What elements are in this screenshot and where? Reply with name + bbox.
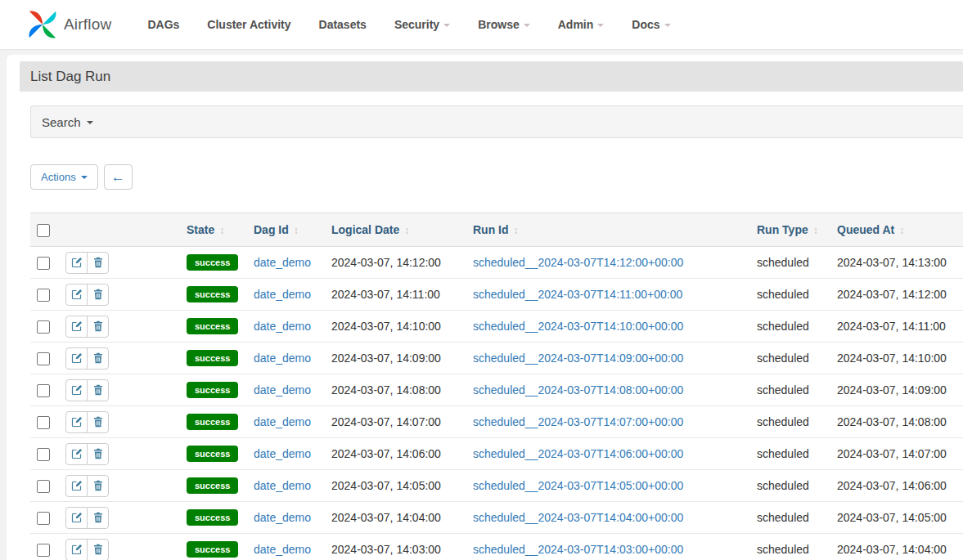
state-cell: success xyxy=(180,311,247,343)
search-dropdown[interactable]: Search xyxy=(30,105,963,138)
sort-icon[interactable]: ↕ xyxy=(514,225,519,236)
edit-icon xyxy=(71,512,83,523)
run-id-link[interactable]: scheduled__2024-03-07T14:06:00+00:00 xyxy=(473,447,683,460)
edit-button[interactable] xyxy=(65,507,88,529)
delete-button[interactable] xyxy=(87,347,109,370)
queued-at-cell: 2024-03-07, 14:07:00 xyxy=(830,438,963,470)
actions-button[interactable]: Actions xyxy=(30,164,98,190)
run-id-cell: scheduled__2024-03-07T14:05:00+00:00 xyxy=(466,470,750,502)
nav-item-label: Datasets xyxy=(319,18,367,31)
edit-icon xyxy=(71,289,83,300)
run-id-link[interactable]: scheduled__2024-03-07T14:04:00+00:00 xyxy=(473,511,683,524)
row-checkbox[interactable] xyxy=(37,257,50,270)
run-id-link[interactable]: scheduled__2024-03-07T14:03:00+00:00 xyxy=(473,543,683,556)
row-checkbox[interactable] xyxy=(37,416,50,429)
run-id-link[interactable]: scheduled__2024-03-07T14:12:00+00:00 xyxy=(473,256,683,269)
nav-menu-item[interactable]: Security xyxy=(393,10,452,39)
status-badge: success xyxy=(187,254,238,271)
edit-button[interactable] xyxy=(65,443,88,465)
delete-button[interactable] xyxy=(87,284,109,306)
dag-id-link[interactable]: date_demo xyxy=(254,415,311,428)
column-label: Queued At xyxy=(837,223,894,236)
column-header-state[interactable]: State↕ xyxy=(180,213,247,247)
edit-button[interactable] xyxy=(65,475,88,497)
dag-id-link[interactable]: date_demo xyxy=(254,479,311,492)
nav-menu-item[interactable]: Admin xyxy=(556,10,606,39)
row-select-cell xyxy=(30,438,59,470)
dag-id-link[interactable]: date_demo xyxy=(254,256,311,269)
column-header-run-type[interactable]: Run Type↕ xyxy=(750,213,830,247)
edit-button[interactable] xyxy=(65,347,88,370)
run-type-cell: scheduled xyxy=(750,343,830,374)
row-checkbox[interactable] xyxy=(37,480,50,493)
queued-at-cell: 2024-03-07, 14:09:00 xyxy=(830,374,963,406)
run-id-link[interactable]: scheduled__2024-03-07T14:07:00+00:00 xyxy=(473,415,683,428)
sort-icon[interactable]: ↕ xyxy=(294,225,299,236)
run-type-cell: scheduled xyxy=(750,247,830,279)
delete-button[interactable] xyxy=(87,443,109,465)
run-id-cell: scheduled__2024-03-07T14:12:00+00:00 xyxy=(466,247,750,279)
dag-id-cell: date_demo xyxy=(247,374,325,406)
column-label: Logical Date xyxy=(331,223,399,236)
dag-id-link[interactable]: date_demo xyxy=(254,383,311,396)
row-actions-cell xyxy=(59,343,180,374)
dag-id-cell: date_demo xyxy=(247,279,325,311)
edit-button[interactable] xyxy=(65,252,88,274)
sort-icon[interactable]: ↕ xyxy=(813,225,818,236)
row-checkbox[interactable] xyxy=(37,352,50,365)
delete-button[interactable] xyxy=(87,411,109,433)
nav-menu-item[interactable]: Docs xyxy=(630,10,672,39)
edit-button[interactable] xyxy=(65,316,88,338)
row-checkbox[interactable] xyxy=(37,320,50,334)
dag-id-link[interactable]: date_demo xyxy=(254,288,311,301)
delete-button[interactable] xyxy=(87,539,109,560)
column-header-queued-at[interactable]: Queued At↕ xyxy=(830,213,963,247)
search-label: Search xyxy=(42,115,81,129)
run-id-link[interactable]: scheduled__2024-03-07T14:05:00+00:00 xyxy=(473,479,683,492)
run-id-link[interactable]: scheduled__2024-03-07T14:09:00+00:00 xyxy=(473,352,683,365)
row-checkbox[interactable] xyxy=(37,384,50,397)
delete-button[interactable] xyxy=(87,475,109,497)
row-checkbox[interactable] xyxy=(37,289,50,302)
run-id-link[interactable]: scheduled__2024-03-07T14:08:00+00:00 xyxy=(473,383,683,396)
dag-id-link[interactable]: date_demo xyxy=(254,447,311,460)
column-header-logical-date[interactable]: Logical Date↕ xyxy=(325,213,466,247)
sort-icon[interactable]: ↕ xyxy=(219,225,224,236)
sort-icon[interactable]: ↕ xyxy=(899,225,904,236)
edit-button[interactable] xyxy=(65,284,88,306)
run-id-link[interactable]: scheduled__2024-03-07T14:10:00+00:00 xyxy=(473,320,683,333)
dag-id-link[interactable]: date_demo xyxy=(254,543,311,556)
back-button[interactable]: ← xyxy=(104,164,133,190)
delete-button[interactable] xyxy=(87,507,109,529)
airflow-brand[interactable]: Airflow xyxy=(27,9,111,40)
dag-id-link[interactable]: date_demo xyxy=(254,352,311,365)
nav-menu-item[interactable]: Datasets xyxy=(317,10,368,39)
queued-at-cell: 2024-03-07, 14:12:00 xyxy=(830,279,963,311)
dag-id-link[interactable]: date_demo xyxy=(254,320,311,333)
row-checkbox[interactable] xyxy=(37,448,50,461)
run-id-link[interactable]: scheduled__2024-03-07T14:11:00+00:00 xyxy=(473,288,682,301)
nav-menu-item[interactable]: Cluster Activity xyxy=(205,10,292,39)
column-header-dag-id[interactable]: Dag Id↕ xyxy=(247,213,325,247)
nav-menu-item[interactable]: Browse xyxy=(476,10,532,39)
delete-button[interactable] xyxy=(87,252,109,274)
edit-button[interactable] xyxy=(65,539,88,560)
edit-button[interactable] xyxy=(65,411,88,433)
row-select-cell xyxy=(30,279,59,311)
dag-id-link[interactable]: date_demo xyxy=(254,511,311,524)
row-checkbox[interactable] xyxy=(37,544,50,557)
table-row: success date_demo 2024-03-07, 14:12:00 s… xyxy=(30,247,963,279)
dag-id-cell: date_demo xyxy=(247,247,325,279)
trash-icon xyxy=(92,352,104,364)
nav-menu-item[interactable]: DAGs xyxy=(146,10,181,39)
row-checkbox[interactable] xyxy=(37,512,50,525)
delete-button[interactable] xyxy=(87,379,109,401)
select-all-checkbox[interactable] xyxy=(37,224,50,237)
edit-button[interactable] xyxy=(65,379,88,401)
delete-button[interactable] xyxy=(87,316,109,338)
sort-icon[interactable]: ↕ xyxy=(404,225,409,236)
column-header-run-id[interactable]: Run Id↕ xyxy=(466,213,750,247)
run-id-cell: scheduled__2024-03-07T14:09:00+00:00 xyxy=(466,343,750,374)
run-type-cell: scheduled xyxy=(750,470,830,502)
column-label: State xyxy=(187,223,214,236)
